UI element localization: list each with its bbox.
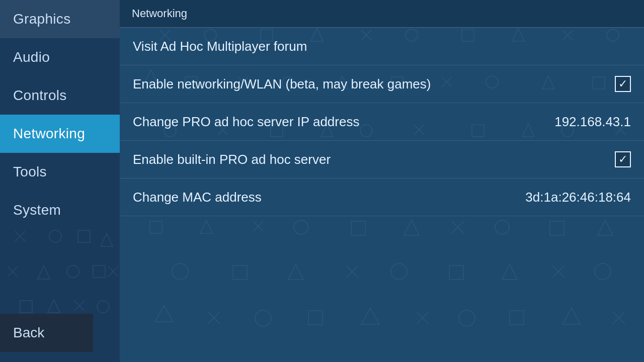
svg-line-95 <box>613 312 625 324</box>
svg-point-69 <box>495 220 509 234</box>
svg-line-90 <box>417 312 429 324</box>
svg-marker-74 <box>288 264 303 280</box>
svg-marker-93 <box>562 308 581 324</box>
svg-point-77 <box>391 263 407 280</box>
svg-marker-66 <box>404 220 419 235</box>
svg-marker-61 <box>200 220 212 233</box>
svg-marker-83 <box>155 306 173 322</box>
row-visit-adhoc[interactable]: Visit Ad Hoc Multiplayer forum <box>120 28 644 65</box>
row-enable-networking[interactable]: Enable networking/WLAN (beta, may break … <box>120 65 644 103</box>
svg-rect-87 <box>308 311 323 325</box>
sidebar-item-controls[interactable]: Controls <box>0 76 120 115</box>
svg-line-81 <box>552 265 565 278</box>
main-panel: Networking Visit Ad Hoc Multiplayer foru… <box>120 0 644 362</box>
svg-marker-88 <box>361 308 379 324</box>
svg-line-89 <box>417 312 429 324</box>
row-change-mac[interactable]: Change MAC address 3d:1a:26:46:18:64 <box>120 178 644 216</box>
svg-point-72 <box>172 263 188 280</box>
svg-line-80 <box>552 265 565 278</box>
main-header: Networking <box>120 0 644 28</box>
sidebar-item-tools[interactable]: Tools <box>0 153 120 191</box>
svg-point-91 <box>459 310 475 326</box>
svg-rect-65 <box>351 221 365 235</box>
enable-networking-checkbox[interactable]: ✓ <box>615 76 631 92</box>
svg-line-68 <box>452 221 464 233</box>
svg-line-76 <box>346 265 358 278</box>
sidebar: Graphics Audio Controls Networking Tools… <box>0 0 120 362</box>
row-change-mac-label: Change MAC address <box>133 190 262 205</box>
back-button[interactable]: Back <box>0 314 93 352</box>
sidebar-item-networking[interactable]: Networking <box>0 115 120 153</box>
sidebar-item-audio[interactable]: Audio <box>0 38 120 76</box>
sidebar-nav: Graphics Audio Controls Networking Tools… <box>0 0 120 314</box>
row-change-pro-ip-value: 192.168.43.1 <box>554 114 631 130</box>
svg-line-75 <box>346 265 358 278</box>
svg-line-84 <box>208 312 220 324</box>
svg-point-64 <box>294 220 308 234</box>
svg-marker-79 <box>502 264 517 280</box>
svg-point-86 <box>255 310 271 326</box>
svg-line-85 <box>208 312 220 324</box>
row-change-pro-ip[interactable]: Change PRO ad hoc server IP address 192.… <box>120 103 644 141</box>
svg-line-63 <box>253 221 263 231</box>
svg-point-82 <box>595 263 611 280</box>
svg-rect-70 <box>550 221 564 235</box>
svg-line-67 <box>452 221 464 233</box>
row-enable-builtin[interactable]: Enable built-in PRO ad hoc server ✓ <box>120 141 644 178</box>
svg-rect-78 <box>449 265 463 280</box>
sidebar-item-system[interactable]: System <box>0 191 120 229</box>
svg-line-94 <box>613 312 625 324</box>
row-change-pro-ip-label: Change PRO ad hoc server IP address <box>133 114 359 130</box>
row-visit-adhoc-label: Visit Ad Hoc Multiplayer forum <box>133 39 307 54</box>
svg-marker-71 <box>598 220 613 235</box>
svg-rect-92 <box>510 311 524 325</box>
enable-builtin-checkbox[interactable]: ✓ <box>615 151 631 167</box>
main-content: Visit Ad Hoc Multiplayer forum Enable ne… <box>120 28 644 216</box>
svg-line-62 <box>253 221 263 231</box>
sidebar-item-graphics[interactable]: Graphics <box>0 0 120 38</box>
svg-rect-60 <box>150 221 162 233</box>
row-enable-builtin-label: Enable built-in PRO ad hoc server <box>133 152 331 167</box>
svg-rect-73 <box>233 265 247 280</box>
row-enable-networking-label: Enable networking/WLAN (beta, may break … <box>133 76 431 92</box>
row-change-mac-value: 3d:1a:26:46:18:64 <box>525 190 631 205</box>
